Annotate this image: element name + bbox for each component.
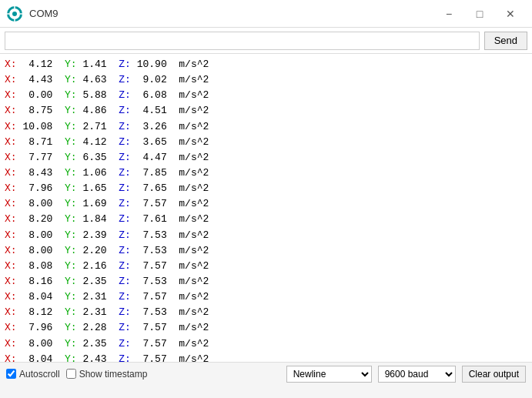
output-line: X: 8.00 Y: 2.35 Z: 7.57 m/s^2 — [5, 336, 527, 352]
clear-output-button[interactable]: Clear output — [462, 366, 526, 383]
status-bar: Autoscroll Show timestamp NewlineNo line… — [0, 362, 532, 385]
svg-point-2 — [12, 12, 17, 16]
output-line: X: 7.96 Y: 1.65 Z: 7.65 m/s^2 — [5, 181, 527, 196]
output-line: X: 8.00 Y: 2.39 Z: 7.53 m/s^2 — [5, 228, 527, 243]
send-input[interactable] — [5, 32, 480, 50]
output-line: X: 8.16 Y: 2.35 Z: 7.53 m/s^2 — [5, 274, 527, 289]
output-line: X: 8.08 Y: 2.16 Z: 7.57 m/s^2 — [5, 259, 527, 274]
output-line: X: 8.20 Y: 1.84 Z: 7.61 m/s^2 — [5, 212, 527, 227]
newline-select[interactable]: NewlineNo line endingCarriage returnBoth… — [286, 366, 372, 383]
timestamp-label[interactable]: Show timestamp — [79, 369, 148, 380]
output-line: X: 8.04 Y: 2.31 Z: 7.57 m/s^2 — [5, 289, 527, 305]
window-controls: − □ ✕ — [433, 0, 526, 28]
send-button[interactable]: Send — [484, 32, 527, 50]
minimize-button[interactable]: − — [433, 0, 464, 28]
toolbar: Send — [0, 28, 532, 54]
output-line: X: 7.77 Y: 6.35 Z: 4.47 m/s^2 — [5, 150, 527, 166]
output-area[interactable]: X: 4.12 Y: 1.41 Z: 10.90 m/s^2X: 4.43 Y:… — [0, 54, 532, 362]
window-title: COM9 — [29, 8, 433, 19]
output-line: X: 4.43 Y: 4.63 Z: 9.02 m/s^2 — [5, 72, 527, 88]
autoscroll-checkbox[interactable] — [6, 369, 16, 379]
output-line: X: 8.71 Y: 4.12 Z: 3.65 m/s^2 — [5, 135, 527, 150]
output-line: X: 8.00 Y: 2.20 Z: 7.53 m/s^2 — [5, 243, 527, 259]
output-line: X: 8.43 Y: 1.06 Z: 7.85 m/s^2 — [5, 166, 527, 181]
output-line: X: 7.96 Y: 2.28 Z: 7.57 m/s^2 — [5, 320, 527, 336]
close-button[interactable]: ✕ — [495, 0, 526, 28]
output-line: X: 8.00 Y: 1.69 Z: 7.57 m/s^2 — [5, 196, 527, 212]
output-line: X: 8.75 Y: 4.86 Z: 4.51 m/s^2 — [5, 103, 527, 119]
output-line: X: 0.00 Y: 5.88 Z: 6.08 m/s^2 — [5, 88, 527, 103]
title-bar: COM9 − □ ✕ — [0, 0, 532, 28]
output-line: X: 4.12 Y: 1.41 Z: 10.90 m/s^2 — [5, 57, 527, 72]
maximize-button[interactable]: □ — [464, 0, 495, 28]
output-line: X: 10.08 Y: 2.71 Z: 3.26 m/s^2 — [5, 119, 527, 135]
timestamp-checkbox[interactable] — [66, 369, 76, 379]
autoscroll-label[interactable]: Autoscroll — [19, 369, 60, 380]
output-line: X: 8.12 Y: 2.31 Z: 7.53 m/s^2 — [5, 305, 527, 320]
output-line: X: 8.04 Y: 2.43 Z: 7.57 m/s^2 — [5, 352, 527, 362]
app-logo — [6, 5, 23, 22]
timestamp-group: Show timestamp — [66, 369, 148, 380]
autoscroll-group: Autoscroll — [6, 369, 60, 380]
baud-select[interactable]: 300 baud1200 baud2400 baud4800 baud9600 … — [378, 366, 456, 383]
